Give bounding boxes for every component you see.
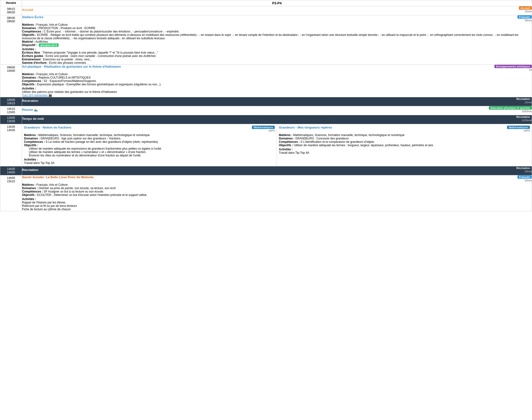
time-start: 12h05 xyxy=(7,116,15,120)
recreation-badge: Récréation xyxy=(515,97,532,101)
time-art: 09h0010h00 xyxy=(0,65,22,97)
list-item: Rappel de l'histoire par les élèves xyxy=(22,201,532,204)
math-left-duration: 1hP3 xyxy=(268,129,275,132)
content-piscine: Piscine 🏊 Éducation physique et sportive… xyxy=(22,106,532,115)
ml-competences: Compétences : S La notion de fraction pa… xyxy=(24,140,275,144)
ml-activites: Travail dans Tip-Top 3A xyxy=(24,161,275,165)
row-recreation2: 14h3514h55 Récréation Récréation 20min xyxy=(0,166,532,175)
activites-header: Activités : xyxy=(22,87,532,90)
recreation-badge: Récréation xyxy=(515,166,532,170)
math-section: Grandeurs - Notion de fractions Mathémat… xyxy=(22,124,532,166)
entrainement: Entrainement : Exercices sur la poésie :… xyxy=(22,58,532,61)
objectifs-line: Objectifs : ECRIRE - Rédiger un écrit li… xyxy=(22,33,532,40)
time-recreation2: 14h3514h55 xyxy=(0,166,22,175)
duration: 30min xyxy=(524,19,532,22)
ml-domaines: Domaines : GRANDEURS : Agir puis opérer … xyxy=(24,137,275,140)
time-accueil: 08h1508h30 xyxy=(0,6,22,15)
competences-line: Compétences : C Écrire pour : - informer… xyxy=(22,30,532,33)
accueil-badge: Accueil xyxy=(519,6,532,10)
math-left: Grandeurs - Notion de fractions Mathémat… xyxy=(22,124,277,166)
time-end: 13h35 xyxy=(7,120,15,123)
content-art: Art plastique - Réalisation de guirlande… xyxy=(22,65,532,97)
time-end: 15h15 xyxy=(7,180,15,183)
content-tempsmidi: Temps de midi Récréation 1h30min xyxy=(22,115,532,124)
accueil-title: Accueil xyxy=(22,8,33,12)
time-end: 09h00 xyxy=(7,20,15,23)
ml-activites-header: Activités : xyxy=(24,158,275,161)
row-accueil: 08h1508h30 Accueil Accueil 15min xyxy=(0,6,532,15)
time-end: 10h00 xyxy=(7,69,15,73)
time-start: 14h55 xyxy=(7,176,15,180)
savoir-title: Savoir écouter: La Belle Lisse Poire de … xyxy=(22,175,94,179)
matieres-line: Matières : Français, Arts et Culture xyxy=(22,73,532,76)
group-tag: groupes de 5 xyxy=(39,44,59,47)
matieres-line: Matières : Français, Arts et Culture xyxy=(22,183,532,186)
duration: 15min xyxy=(524,10,532,13)
activites-text: Utiliser des patrons pour réaliser des g… xyxy=(22,90,532,94)
row-art: 09h0010h00 Art plastique - Réalisation d… xyxy=(0,65,532,97)
duration: 1h50min xyxy=(522,110,532,113)
time-start: 10h15 xyxy=(7,107,15,111)
domaines-line: Domaines : PRODUCTION - Produire un écri… xyxy=(22,26,532,30)
art-title: Art plastique - Réalisation de guirlande… xyxy=(22,65,121,68)
time-start: 13h35 xyxy=(7,125,15,129)
time-start: 08h15 xyxy=(7,7,15,11)
tuto-link[interactable]: Tuto DIY guirlandes 🎬 xyxy=(22,94,532,97)
time-start: 08h30 xyxy=(7,16,15,20)
duration: 1h30min xyxy=(522,119,532,122)
time-end: 08h30 xyxy=(7,11,15,14)
list-item: Fiche de lecture au rythme de chacun xyxy=(22,208,532,211)
time-end: 12h05 xyxy=(7,111,15,114)
mr-activites-header: Activités : xyxy=(279,148,530,151)
ecriture-libre: Écriture libre : Thèmes proposés "Voyage… xyxy=(22,51,532,54)
time-start: 10h00 xyxy=(7,98,15,102)
math-right-badge: Mathématiques xyxy=(507,126,530,129)
row-math: 13h3514h35 Grandeurs - Notion de fractio… xyxy=(0,124,532,166)
competences-line: Compétences : S2 : Espaces/Formes/Matièr… xyxy=(22,79,532,83)
math-right-title: Grandeurs - Mes longueurs repères xyxy=(279,126,332,129)
objectifs-line: Objectifs : Expression plastique - Exemp… xyxy=(22,83,532,86)
mr-domaines: Domaines : GRANDEURS : Concevoir des gra… xyxy=(279,137,530,140)
recreation-title: Temps de midi xyxy=(22,117,44,120)
content-recreation2: Récréation Récréation 20min xyxy=(22,166,532,175)
domaines-line: Domaines : Repères CULTURELS et ARTISTIQ… xyxy=(22,76,532,79)
time-tempsmidi: 12h0513h35 xyxy=(0,115,22,124)
content-accueil: Accueil Accueil 15min xyxy=(22,6,532,15)
content-ateliers: Ateliers Écrire Français 30min Matières … xyxy=(22,15,532,65)
list-item: Énoncer les rôles du numérateur et du dé… xyxy=(29,154,275,157)
objectifs-line: Objectifs : ECOUTER - Déterminer un but … xyxy=(22,193,532,197)
activites-header: Activités : xyxy=(22,47,532,51)
content-recreation1: Récération Récréation 15min xyxy=(22,97,532,106)
list-item: Utiliser de manière adéquate les termes … xyxy=(29,150,275,154)
math-left-title: Grandeurs - Notion de fractions xyxy=(24,126,71,129)
recreation-badge: Récréation xyxy=(515,115,532,119)
math-left-badge: Mathématiques xyxy=(252,126,275,129)
domaines-line: Domaines : Orienter sa prise de parole, … xyxy=(22,186,532,190)
ml-matieres: Matières : Mathématiques, Sciences, form… xyxy=(24,133,275,137)
row-piscine: 10h1512h05 Piscine 🏊 Éducation physique … xyxy=(0,106,532,115)
time-piscine: 10h1512h05 xyxy=(0,106,22,115)
header-horaire: Horaire xyxy=(0,0,22,6)
recreation-title: Récréation xyxy=(22,168,38,172)
competences-line: Compétences : SF Assigner un but à sa le… xyxy=(22,190,532,193)
math-right-duration: 1hP4 xyxy=(523,129,530,132)
gamme: Gamme d'écriture : Ecrire des phrases co… xyxy=(22,61,532,64)
art-badge: Enseignements artistiques xyxy=(494,65,532,68)
time-end: 14h55 xyxy=(7,171,15,174)
list-item: Relecture par la M ou par de bons lecteu… xyxy=(22,204,532,208)
piscine-badge: Éducation physique et sportive xyxy=(489,106,532,110)
mr-activites: Travail dans Tip-Top 4A xyxy=(279,151,530,154)
ecriture-guidee: Écriture guidée : Ecrire une poésie : Da… xyxy=(22,54,532,58)
duration: 1h xyxy=(529,68,532,71)
recreation-title: Récération xyxy=(22,99,38,103)
activites-header: Activités : xyxy=(22,197,532,201)
duration: 20min xyxy=(524,179,532,182)
matieres-line: Matières : Français, Arts et Culture xyxy=(22,23,532,26)
ateliers-badge: Français xyxy=(518,15,532,19)
time-start: 09h00 xyxy=(7,66,15,69)
mr-objectifs: Objectifs : Utiliser de manière adéquate… xyxy=(279,144,530,147)
list-item: Utiliser de manière adéquate les express… xyxy=(29,147,275,150)
table-header-row: Horaire P3-P4 xyxy=(0,0,532,6)
time-end: 10h15 xyxy=(7,102,15,105)
row-savoir: 14h5515h15 Savoir écouter: La Belle Liss… xyxy=(0,175,532,211)
